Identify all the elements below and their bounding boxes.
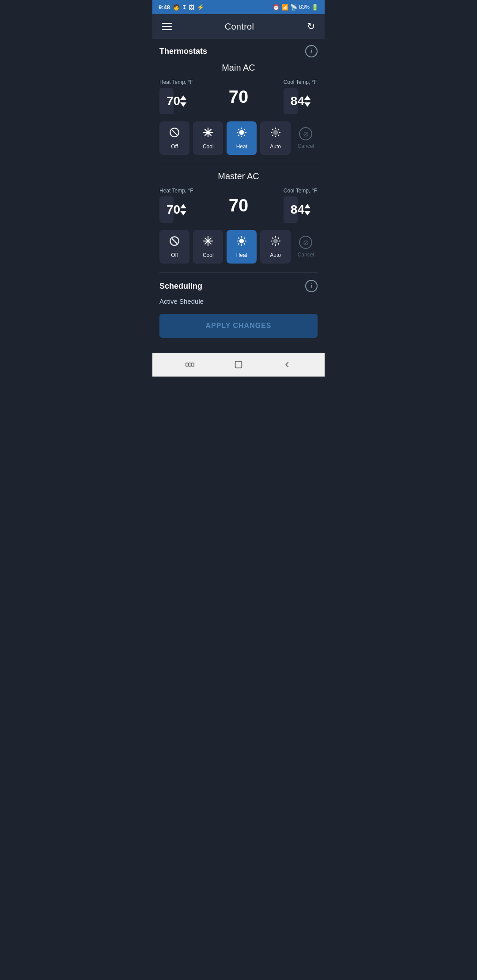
master-ac-heat-label: Heat Temp, °F bbox=[159, 188, 193, 194]
main-ac-cool-down-arrow[interactable] bbox=[304, 102, 310, 107]
snowflake-icon bbox=[202, 127, 214, 141]
master-ac-heat-up-arrow[interactable] bbox=[180, 204, 186, 208]
status-right: ⏰ 📶 📡 83% 🔋 bbox=[273, 4, 318, 11]
main-content: Thermostats i Main AC Heat Temp, °F 70 7… bbox=[152, 39, 325, 344]
user-icon: 🧑 bbox=[173, 4, 180, 11]
hamburger-icon bbox=[162, 23, 172, 30]
master-ac-cool-value: 84 bbox=[291, 203, 304, 217]
svg-point-7 bbox=[240, 131, 244, 135]
recent-apps-button[interactable] bbox=[182, 357, 197, 372]
main-ac-cancel-button[interactable]: ⊘ Cancel bbox=[294, 124, 318, 153]
main-ac-title: Main AC bbox=[159, 63, 318, 73]
master-ac-title: Master AC bbox=[159, 171, 318, 181]
svg-line-1 bbox=[172, 130, 177, 135]
main-ac-mode-buttons: Off Cool bbox=[159, 121, 318, 155]
cancel-icon: ⊘ bbox=[299, 127, 312, 140]
main-ac-heat-box[interactable]: 70 bbox=[159, 88, 174, 114]
master-ac-heat-label: Heat bbox=[236, 252, 247, 258]
active-schedule-label: Active Shedule bbox=[159, 298, 318, 305]
thermostats-info-button[interactable]: i bbox=[305, 45, 318, 57]
bottom-nav bbox=[152, 353, 325, 377]
scheduling-header: Scheduling i bbox=[159, 280, 318, 292]
master-ac-heat-down-arrow[interactable] bbox=[180, 211, 186, 215]
master-ac-auto-button[interactable]: Auto bbox=[260, 230, 290, 264]
status-left: 9:48 🧑 𝕿 🖼 ⚡ bbox=[159, 4, 204, 11]
master-ac-heat-arrows[interactable] bbox=[180, 204, 186, 215]
home-button[interactable] bbox=[231, 357, 246, 372]
svg-line-39 bbox=[244, 237, 245, 238]
battery-icon: 🔋 bbox=[311, 4, 318, 11]
main-ac-heat-label: Heat Temp, °F bbox=[159, 79, 193, 85]
svg-rect-50 bbox=[186, 363, 189, 366]
master-ac-temp-controls: Heat Temp, °F 70 70 Cool Temp, °F 84 bbox=[159, 188, 318, 223]
main-ac-heat-col: Heat Temp, °F 70 bbox=[159, 79, 193, 114]
ny-times-icon: 𝕿 bbox=[182, 4, 186, 11]
master-ac-heat-value: 70 bbox=[167, 203, 180, 217]
master-ac-cancel-label: Cancel bbox=[298, 252, 314, 258]
master-ac-cancel-button[interactable]: ⊘ Cancel bbox=[294, 232, 318, 261]
divider-1 bbox=[159, 164, 318, 164]
svg-rect-53 bbox=[235, 362, 242, 368]
master-ac-off-button[interactable]: Off bbox=[159, 230, 189, 264]
svg-point-16 bbox=[273, 131, 277, 135]
master-ac-cool-box[interactable]: 84 bbox=[284, 196, 298, 223]
svg-line-13 bbox=[244, 135, 245, 136]
master-ac-cool-label: Cool bbox=[203, 252, 214, 258]
page-title: Control bbox=[225, 22, 254, 32]
svg-line-26 bbox=[172, 239, 177, 244]
main-ac-heat-button[interactable]: Heat bbox=[227, 121, 257, 155]
master-ac-cool-down-arrow[interactable] bbox=[304, 211, 310, 215]
back-button[interactable] bbox=[280, 357, 295, 372]
thermostats-header: Thermostats i bbox=[159, 45, 318, 57]
svg-point-6 bbox=[207, 132, 209, 133]
main-ac-cool-label: Cool bbox=[203, 143, 214, 150]
svg-point-32 bbox=[240, 239, 244, 243]
thermostats-title: Thermostats bbox=[159, 47, 207, 56]
main-ac-cool-up-arrow[interactable] bbox=[304, 95, 310, 100]
main-ac-off-button[interactable]: Off bbox=[159, 121, 189, 155]
svg-point-31 bbox=[207, 240, 209, 242]
svg-line-37 bbox=[238, 237, 239, 238]
master-ac-cool-col: Cool Temp, °F 84 bbox=[284, 188, 318, 223]
alarm-icon: ⏰ bbox=[273, 4, 280, 11]
svg-rect-52 bbox=[192, 363, 194, 366]
scheduling-title: Scheduling bbox=[159, 282, 202, 291]
master-ac-cool-arrows[interactable] bbox=[304, 204, 310, 215]
main-ac-off-label: Off bbox=[171, 143, 178, 150]
master-ac-cool-up-arrow[interactable] bbox=[304, 204, 310, 208]
status-bar: 9:48 🧑 𝕿 🖼 ⚡ ⏰ 📶 📡 83% 🔋 bbox=[152, 0, 325, 14]
svg-line-40 bbox=[238, 243, 239, 244]
status-time: 9:48 bbox=[159, 4, 170, 11]
svg-line-38 bbox=[244, 243, 245, 244]
cancel-icon-2: ⊘ bbox=[299, 236, 312, 249]
main-ac-cool-button[interactable]: Cool bbox=[193, 121, 223, 155]
main-ac-heat-up-arrow[interactable] bbox=[180, 95, 186, 100]
scheduling-info-button[interactable]: i bbox=[305, 280, 318, 292]
svg-line-47 bbox=[278, 243, 279, 244]
main-ac-auto-button[interactable]: Auto bbox=[260, 121, 290, 155]
master-ac-cool-button[interactable]: Cool bbox=[193, 230, 223, 264]
apply-changes-button[interactable]: APPLY CHANGES bbox=[159, 314, 318, 338]
menu-button[interactable] bbox=[160, 21, 174, 32]
main-ac-cool-box[interactable]: 84 bbox=[284, 88, 298, 114]
main-ac-card: Main AC Heat Temp, °F 70 70 Cool Temp, °… bbox=[159, 63, 318, 155]
divider-2 bbox=[159, 272, 318, 273]
main-ac-cool-arrows[interactable] bbox=[304, 95, 310, 107]
main-ac-heat-down-arrow[interactable] bbox=[180, 102, 186, 107]
master-ac-heat-col: Heat Temp, °F 70 bbox=[159, 188, 193, 223]
sun-icon-2 bbox=[236, 235, 247, 249]
battery-percentage: 83% bbox=[299, 4, 310, 10]
svg-line-14 bbox=[244, 129, 245, 130]
main-ac-temp-controls: Heat Temp, °F 70 70 Cool Temp, °F 84 bbox=[159, 79, 318, 114]
refresh-button[interactable]: ↻ bbox=[305, 19, 317, 34]
master-ac-card: Master AC Heat Temp, °F 70 70 Cool Temp,… bbox=[159, 171, 318, 264]
svg-line-49 bbox=[272, 243, 273, 244]
main-ac-cool-col: Cool Temp, °F 84 bbox=[284, 79, 318, 114]
refresh-icon: ↻ bbox=[307, 21, 315, 32]
svg-line-46 bbox=[272, 237, 273, 238]
master-ac-off-label: Off bbox=[171, 252, 178, 258]
svg-line-24 bbox=[272, 135, 273, 136]
master-ac-heat-box[interactable]: 70 bbox=[159, 196, 174, 223]
master-ac-heat-button[interactable]: Heat bbox=[227, 230, 257, 264]
main-ac-heat-arrows[interactable] bbox=[180, 95, 186, 107]
